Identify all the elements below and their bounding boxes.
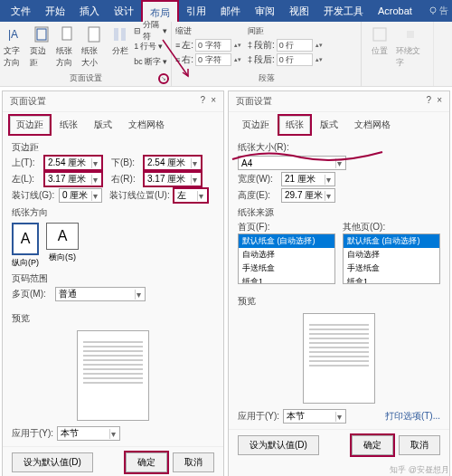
cancel-button[interactable]: 取消	[173, 452, 214, 472]
margins-button[interactable]: 页边距	[30, 24, 54, 69]
margin-top-input[interactable]: 2.54 厘米▾	[44, 156, 102, 170]
tab-mailings[interactable]: 邮件	[213, 0, 248, 22]
wrap-text-button[interactable]: 环绕文字	[396, 24, 425, 69]
cancel-button[interactable]: 取消	[399, 435, 440, 455]
set-default-button[interactable]: 设为默认值(D)	[12, 452, 93, 472]
dialog-help-icon[interactable]: ?	[427, 95, 432, 108]
margins-section-label: 页边距	[12, 141, 214, 154]
svg-rect-4	[37, 29, 46, 40]
preview-label: 预览	[238, 295, 440, 308]
dlg-tab-margins[interactable]: 页边距	[10, 116, 50, 134]
orientation-section-label: 纸张方向	[12, 206, 214, 219]
dialog-close-icon[interactable]: ×	[437, 95, 442, 108]
text-direction-button[interactable]: |A 文字方向	[4, 24, 28, 69]
paper-source-section-label: 纸张来源	[238, 206, 440, 219]
svg-rect-6	[89, 27, 99, 42]
dlg-tab-layout[interactable]: 版式	[88, 116, 118, 134]
other-pages-tray-list[interactable]: 默认纸盒 (自动选择) 自动选择 手送纸盒 纸盒1	[343, 233, 440, 284]
ok-button[interactable]: 确定	[352, 435, 393, 455]
columns-button[interactable]: 分栏	[108, 24, 132, 69]
tab-developer[interactable]: 开发工具	[316, 0, 371, 22]
margin-bottom-input[interactable]: 2.54 厘米▾	[144, 156, 202, 170]
breaks-button[interactable]: ⊟分隔符▾	[134, 24, 167, 38]
paper-size-select[interactable]: A4▾	[238, 156, 346, 170]
svg-rect-8	[121, 28, 126, 41]
tab-view[interactable]: 视图	[282, 0, 316, 22]
group-label-paragraph: 段落	[175, 72, 357, 84]
tab-review[interactable]: 审阅	[248, 0, 282, 22]
group-label-page: 页面设置	[4, 72, 167, 84]
svg-rect-10	[407, 31, 414, 38]
gutter-input[interactable]: 0 厘米▾	[59, 188, 102, 203]
group-page-setup: |A 文字方向 页边距 纸张方向 纸张大小 分栏 ⊟分隔符▾ 1行号▾	[0, 22, 172, 86]
dlg-tab-grid[interactable]: 文档网格	[122, 116, 171, 134]
size-button[interactable]: 纸张大小	[81, 24, 106, 69]
dlg-tab-layout[interactable]: 版式	[314, 116, 344, 134]
page-setup-dialog-paper: 页面设置?× 页边距 纸张 版式 文档网格 纸张大小(R): A4▾ 宽度(W)…	[228, 90, 450, 476]
margin-right-input[interactable]: 3.17 厘米▾	[144, 172, 202, 186]
main-tabs: 文件 开始 插入 设计 布局 引用 邮件 审阅 视图 开发工具 Acrobat …	[0, 0, 452, 22]
hyphenation-button[interactable]: bc断字▾	[134, 54, 167, 69]
print-options-link[interactable]: 打印选项(T)...	[385, 410, 440, 423]
preview-pane	[303, 313, 375, 404]
svg-rect-9	[373, 28, 386, 41]
multipage-select[interactable]: 普通▾	[55, 287, 146, 301]
gutter-pos-select[interactable]: 左▾	[174, 188, 208, 203]
dlg-tab-paper[interactable]: 纸张	[53, 116, 84, 134]
tab-home[interactable]: 开始	[38, 0, 72, 22]
line-numbers-button[interactable]: 1行号▾	[134, 39, 167, 53]
set-default-button[interactable]: 设为默认值(D)	[238, 435, 319, 455]
dialog-close-icon[interactable]: ×	[211, 95, 216, 108]
orientation-button[interactable]: 纸张方向	[56, 24, 80, 69]
bulb-icon	[428, 6, 438, 15]
dlg-tab-grid[interactable]: 文档网格	[348, 116, 397, 134]
dlg-tab-paper[interactable]: 纸张	[279, 116, 310, 134]
range-section-label: 页码范围	[12, 272, 214, 285]
ribbon: |A 文字方向 页边距 纸张方向 纸张大小 分栏 ⊟分隔符▾ 1行号▾	[0, 22, 452, 87]
svg-point-0	[430, 7, 436, 13]
tab-acrobat[interactable]: Acrobat	[371, 0, 419, 22]
first-page-tray-list[interactable]: 默认纸盒 (自动选择) 自动选择 手送纸盒 纸盒1	[238, 233, 335, 284]
apply-to-select[interactable]: 本节▾	[57, 426, 120, 441]
group-paragraph: 缩进 ≡左:0 字符▴▾ ≡右:0 字符▴▾ 间距 ‡段前:0 行▴▾ ‡段后:…	[172, 22, 362, 86]
apply-to-select[interactable]: 本节▾	[283, 409, 346, 424]
group-arrange: 位置 环绕文字	[362, 22, 434, 86]
dialog-title: 页面设置	[10, 95, 46, 108]
page-setup-launcher[interactable]: ↘	[158, 73, 169, 84]
svg-text:|A: |A	[8, 28, 18, 41]
svg-rect-5	[62, 27, 71, 40]
position-button[interactable]: 位置	[365, 24, 394, 69]
landscape-option[interactable]: A	[46, 223, 79, 250]
dialog-title: 页面设置	[236, 95, 272, 108]
tab-design[interactable]: 设计	[107, 0, 141, 22]
space-after-input[interactable]: 0 行	[277, 53, 313, 66]
tab-insert[interactable]: 插入	[72, 0, 107, 22]
preview-label: 预览	[12, 312, 214, 325]
tab-references[interactable]: 引用	[179, 0, 213, 22]
dlg-tab-margins[interactable]: 页边距	[236, 116, 276, 134]
margin-left-input[interactable]: 3.17 厘米▾	[44, 172, 102, 186]
preview-pane	[77, 330, 149, 421]
paper-size-section-label: 纸张大小(R):	[238, 141, 440, 154]
paper-width-input[interactable]: 21 厘米▾	[281, 172, 335, 186]
paper-height-input[interactable]: 29.7 厘米▾	[281, 188, 335, 203]
tell-me[interactable]: 告	[428, 5, 448, 17]
svg-rect-7	[114, 28, 118, 41]
watermark: 知乎 @安昼想月	[390, 464, 449, 476]
dialog-help-icon[interactable]: ?	[201, 95, 206, 108]
page-setup-dialog-margins: 页面设置?× 页边距 纸张 版式 文档网格 页边距 上(T): 2.54 厘米▾…	[2, 90, 224, 476]
indent-left-input[interactable]: 0 字符	[195, 39, 231, 52]
ok-button[interactable]: 确定	[126, 452, 167, 472]
tab-file[interactable]: 文件	[4, 0, 38, 22]
space-before-input[interactable]: 0 行	[277, 39, 313, 52]
portrait-option[interactable]: A	[12, 223, 39, 255]
dialogs-row: 页面设置?× 页边距 纸张 版式 文档网格 页边距 上(T): 2.54 厘米▾…	[0, 87, 452, 476]
indent-right-input[interactable]: 0 字符	[195, 53, 231, 66]
